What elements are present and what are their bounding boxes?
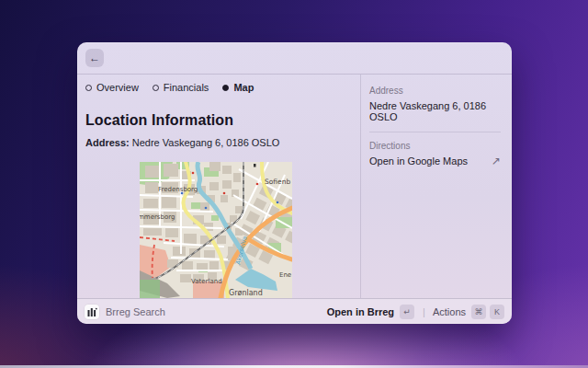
brreg-search-window: ← Overview Financials Map Location Infor… <box>77 42 512 324</box>
radio-unselected-icon <box>153 85 159 91</box>
sidebar-directions-label: Directions <box>369 141 501 151</box>
sidebar-separator <box>369 132 501 132</box>
address-value: Nedre Vaskegang 6, 0186 OSLO <box>132 137 280 148</box>
brreg-logo-icon <box>86 306 97 317</box>
map-label-fredensborg: Fredensborg <box>158 186 198 193</box>
back-arrow-icon: ← <box>89 52 100 63</box>
app-name: Brreg Search <box>106 306 165 317</box>
sidebar-address-value: Nedre Vaskegang 6, 0186 OSLO <box>369 100 501 122</box>
sidebar-address-label: Address <box>369 86 501 96</box>
open-in-google-maps-label: Open in Google Maps <box>369 155 468 167</box>
detail-main: Overview Financials Map Location Informa… <box>77 75 360 298</box>
primary-action-button[interactable]: Open in Brreg ↵ <box>327 305 414 319</box>
command-key-icon: ⌘ <box>471 305 486 319</box>
map-label-vaterland: Vaterland <box>191 278 222 285</box>
radio-selected-icon <box>222 85 229 91</box>
view-tabs: Overview Financials Map <box>85 82 351 93</box>
address-label: Address: <box>85 137 130 148</box>
k-key-icon: K <box>490 305 504 319</box>
map-label-enerhaugen: Ene <box>279 271 291 279</box>
tab-overview[interactable]: Overview <box>85 82 139 93</box>
back-button[interactable]: ← <box>85 49 104 67</box>
window-content: Overview Financials Map Location Informa… <box>77 75 512 298</box>
map-label-gronland: Grønland <box>229 289 263 297</box>
radio-unselected-icon <box>85 85 92 91</box>
address-line: Address: Nedre Vaskegang 6, 0186 OSLO <box>85 137 351 148</box>
actions-label: Actions <box>433 306 466 317</box>
map-label-sofienberg: Sofienb <box>265 178 290 186</box>
arrow-up-right-icon: ↗ <box>492 155 501 167</box>
window-header: ← <box>77 42 512 75</box>
actions-menu-button[interactable]: Actions ⌘ K <box>433 305 504 319</box>
footer-divider: | <box>423 306 425 317</box>
primary-action-label: Open in Brreg <box>327 306 394 317</box>
map-image: Fredensborg mmersborg Sofienb Vaterland … <box>140 162 292 298</box>
oslo-map-graphic: Fredensborg mmersborg Sofienb Vaterland … <box>140 162 292 298</box>
page-title: Location Information <box>85 112 351 129</box>
tab-financials-label: Financials <box>164 82 209 93</box>
tab-overview-label: Overview <box>96 82 139 93</box>
return-key-icon: ↵ <box>400 305 414 319</box>
tab-financials[interactable]: Financials <box>153 82 209 93</box>
open-in-google-maps-link[interactable]: Open in Google Maps ↗ <box>369 155 501 167</box>
brreg-app-icon <box>85 305 99 319</box>
tab-map-label: Map <box>233 82 254 93</box>
map-label-hammersborg: mmersborg <box>140 213 175 221</box>
action-bar: Brreg Search Open in Brreg ↵ | Actions ⌘… <box>77 298 512 324</box>
metadata-panel: Address Nedre Vaskegang 6, 0186 OSLO Dir… <box>361 75 512 298</box>
tab-map[interactable]: Map <box>222 82 254 93</box>
